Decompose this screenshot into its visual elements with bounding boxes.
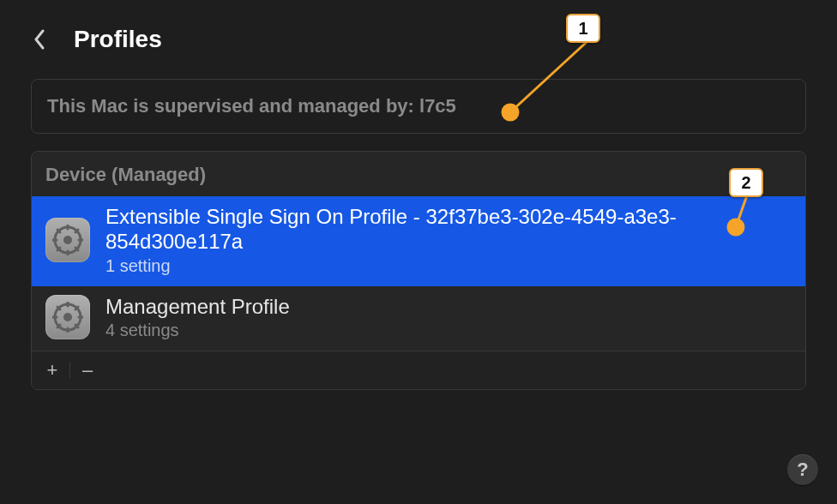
svg-line-16 [75,325,78,327]
svg-line-8 [75,230,78,232]
footer-separator [69,362,70,379]
annotation-label: 1 [578,19,587,39]
svg-line-6 [75,248,78,250]
minus-icon: – [82,361,93,380]
supervision-banner: This Mac is supervised and managed by: l… [31,79,806,134]
panel-header: Device (Managed) [32,152,805,196]
supervision-text: This Mac is supervised and managed by: l… [47,95,456,117]
svg-line-15 [57,307,60,309]
profiles-panel: Device (Managed) Extensible Single Si [31,151,806,390]
header: Profiles [0,0,837,70]
profile-row[interactable]: Extensible Single Sign On Profile - 32f3… [32,196,805,286]
panel-footer: + – [32,351,805,389]
annotation-callout-1: 1 [566,14,600,43]
help-button[interactable]: ? [787,454,818,485]
profile-subtitle: 1 setting [105,256,792,276]
remove-profile-button[interactable]: – [75,358,99,382]
svg-line-7 [57,248,60,250]
svg-line-5 [57,230,60,232]
page-title: Profiles [74,26,162,53]
svg-line-17 [57,325,60,327]
profile-title: Extensible Single Sign On Profile - 32f3… [105,205,792,255]
profile-title: Management Profile [105,295,290,320]
svg-point-9 [63,236,72,244]
gear-icon [45,218,90,262]
annotation-label: 2 [741,173,750,193]
profile-subtitle: 4 settings [105,321,290,340]
chevron-left-icon [33,29,45,50]
svg-line-18 [75,307,78,309]
profile-text: Management Profile 4 settings [105,295,290,341]
profile-text: Extensible Single Sign On Profile - 32f3… [105,205,792,276]
annotation-callout-2: 2 [729,168,763,197]
add-profile-button[interactable]: + [40,358,64,382]
plus-icon: + [47,361,58,380]
svg-point-19 [63,313,72,321]
back-button[interactable] [31,27,48,51]
profile-row[interactable]: Management Profile 4 settings [32,286,805,351]
gear-icon [45,295,90,339]
question-icon: ? [797,459,808,481]
